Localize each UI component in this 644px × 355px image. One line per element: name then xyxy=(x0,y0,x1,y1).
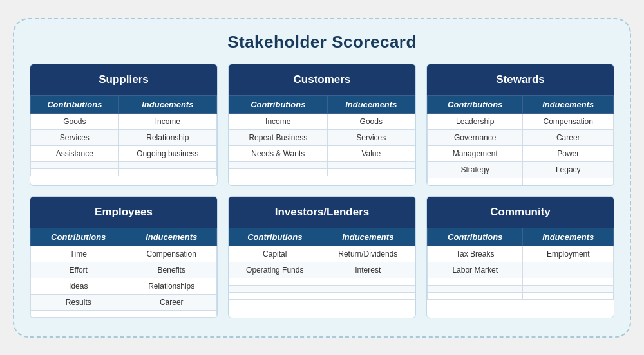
cell-investors-4-0 xyxy=(229,292,321,299)
card-header-stewards: Stewards xyxy=(427,64,614,95)
table-suppliers: ContributionsInducementsGoodsIncomeServi… xyxy=(30,95,217,176)
cell-employees-4-0 xyxy=(31,310,126,317)
cell-customers-2-1: Value xyxy=(327,145,415,161)
cell-community-3-1 xyxy=(523,285,614,292)
table-customers: ContributionsInducementsIncomeGoodsRepea… xyxy=(229,95,415,176)
table-row: GoodsIncome xyxy=(31,113,217,129)
table-row xyxy=(229,278,415,285)
cell-stewards-0-0: Leadership xyxy=(428,113,523,129)
cell-customers-1-0: Repeat Business xyxy=(229,129,328,145)
cell-employees-4-1 xyxy=(126,310,217,317)
table-row xyxy=(428,285,614,292)
table-row: CapitalReturn/Dividends xyxy=(229,246,415,262)
cell-suppliers-1-1: Relationship xyxy=(118,129,216,145)
col-header-inducements-investors: Inducements xyxy=(321,228,415,246)
cell-customers-3-1 xyxy=(327,161,415,168)
table-row: IncomeGoods xyxy=(229,113,415,129)
col-header-contributions-community: Contributions xyxy=(428,228,523,246)
table-row: Tax BreaksEmployment xyxy=(428,246,614,262)
cell-community-4-1 xyxy=(523,292,614,299)
table-row: ManagementPower xyxy=(428,145,614,161)
page-title: Stakeholder Scorecard xyxy=(30,32,614,52)
cell-investors-2-0 xyxy=(229,278,321,285)
cell-employees-3-0: Results xyxy=(31,294,126,310)
cell-customers-0-0: Income xyxy=(229,113,328,129)
table-row: TimeCompensation xyxy=(31,246,217,262)
cell-customers-2-0: Needs & Wants xyxy=(229,145,328,161)
cell-customers-1-1: Services xyxy=(327,129,415,145)
cell-employees-2-1: Relationships xyxy=(126,278,217,294)
cell-investors-3-0 xyxy=(229,285,321,292)
table-row: ServicesRelationship xyxy=(31,129,217,145)
cell-suppliers-4-1 xyxy=(118,168,216,176)
card-header-community: Community xyxy=(427,197,614,228)
cell-customers-0-1: Goods xyxy=(327,113,415,129)
cell-investors-1-1: Interest xyxy=(321,262,415,278)
table-row xyxy=(428,178,614,185)
table-employees: ContributionsInducementsTimeCompensation… xyxy=(30,228,217,318)
cell-customers-4-1 xyxy=(327,168,415,176)
table-row: Labor Market xyxy=(428,262,614,278)
table-stewards: ContributionsInducementsLeadershipCompen… xyxy=(427,95,614,185)
card-header-customers: Customers xyxy=(229,64,415,95)
cell-customers-3-0 xyxy=(229,161,328,168)
main-container: Stakeholder Scorecard SuppliersContribut… xyxy=(13,18,631,338)
col-header-contributions-suppliers: Contributions xyxy=(31,95,119,113)
table-row xyxy=(229,292,415,299)
col-header-inducements-suppliers: Inducements xyxy=(118,95,216,113)
card-header-investors: Investors/Lenders xyxy=(229,197,415,228)
cell-suppliers-2-1: Ongoing business xyxy=(118,145,216,161)
cell-employees-1-0: Effort xyxy=(31,262,126,278)
card-header-suppliers: Suppliers xyxy=(30,64,217,95)
cell-stewards-4-0 xyxy=(428,178,523,185)
table-row: EffortBenefits xyxy=(31,262,217,278)
cell-employees-3-1: Career xyxy=(126,294,217,310)
table-investors: ContributionsInducementsCapitalReturn/Di… xyxy=(229,228,415,300)
table-row xyxy=(428,292,614,299)
table-row: StrategyLegacy xyxy=(428,161,614,178)
cell-suppliers-0-0: Goods xyxy=(31,113,119,129)
table-row: Needs & WantsValue xyxy=(229,145,415,161)
cell-suppliers-1-0: Services xyxy=(31,129,119,145)
cell-community-0-1: Employment xyxy=(523,246,614,262)
col-header-inducements-community: Inducements xyxy=(523,228,614,246)
table-row xyxy=(31,310,217,317)
cell-stewards-0-1: Compensation xyxy=(523,113,614,129)
cell-stewards-2-0: Management xyxy=(428,145,523,161)
cell-community-1-0: Labor Market xyxy=(428,262,523,278)
cell-community-3-0 xyxy=(428,285,523,292)
card-header-employees: Employees xyxy=(30,197,217,228)
cell-suppliers-2-0: Assistance xyxy=(31,145,119,161)
col-header-inducements-customers: Inducements xyxy=(327,95,415,113)
table-row xyxy=(229,285,415,292)
cell-community-2-1 xyxy=(523,278,614,285)
table-row: AssistanceOngoing business xyxy=(31,145,217,161)
col-header-inducements-stewards: Inducements xyxy=(523,95,614,113)
cell-suppliers-0-1: Income xyxy=(118,113,216,129)
cell-investors-0-1: Return/Dividends xyxy=(321,246,415,262)
table-row xyxy=(229,168,415,176)
table-row: Operating FundsInterest xyxy=(229,262,415,278)
table-community: ContributionsInducementsTax BreaksEmploy… xyxy=(427,228,614,300)
cell-investors-4-1 xyxy=(321,292,415,299)
col-header-contributions-employees: Contributions xyxy=(31,228,126,246)
cell-community-1-1 xyxy=(523,262,614,278)
cell-investors-1-0: Operating Funds xyxy=(229,262,321,278)
cell-employees-2-0: Ideas xyxy=(31,278,126,294)
cell-investors-3-1 xyxy=(321,285,415,292)
cell-suppliers-3-0 xyxy=(31,161,119,168)
card-suppliers: SuppliersContributionsInducementsGoodsIn… xyxy=(30,64,218,186)
card-investors: Investors/LendersContributionsInducement… xyxy=(228,196,416,318)
table-row: LeadershipCompensation xyxy=(428,113,614,129)
cell-customers-4-0 xyxy=(229,168,328,176)
table-row xyxy=(31,168,217,176)
cell-stewards-3-0: Strategy xyxy=(428,161,523,178)
cell-investors-2-1 xyxy=(321,278,415,285)
cell-suppliers-3-1 xyxy=(118,161,216,168)
col-header-inducements-employees: Inducements xyxy=(126,228,217,246)
cell-employees-0-1: Compensation xyxy=(126,246,217,262)
card-employees: EmployeesContributionsInducementsTimeCom… xyxy=(30,196,218,318)
col-header-contributions-customers: Contributions xyxy=(229,95,328,113)
table-row xyxy=(229,161,415,168)
cell-stewards-3-1: Legacy xyxy=(523,161,614,178)
